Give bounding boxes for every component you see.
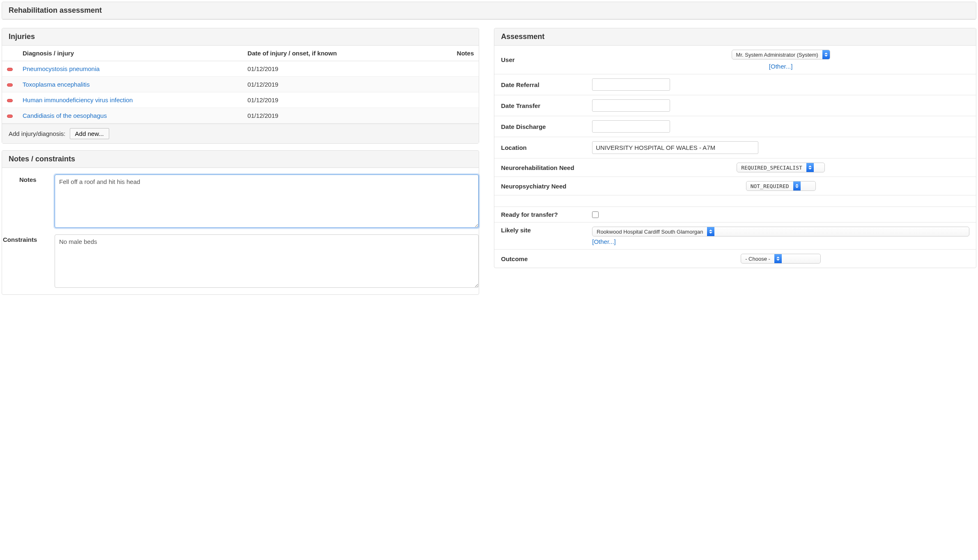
row-location: Location: [494, 137, 976, 158]
neurorehab-label: Neurorehabilitation Need: [501, 164, 587, 171]
chevron-updown-icon: [793, 181, 801, 190]
diagnosis-link[interactable]: Pneumocystosis pneumonia: [23, 65, 100, 72]
notes-label: Notes: [2, 174, 51, 228]
assessment-panel: Assessment User Mr. System Administrator…: [494, 28, 976, 268]
user-select-value: Mr. System Administrator (System): [732, 50, 822, 59]
date-discharge-label: Date Discharge: [501, 123, 587, 130]
row-outcome: Outcome - Choose -: [494, 250, 976, 268]
injury-notes: [428, 108, 479, 124]
likely-site-label: Likely site: [501, 227, 587, 234]
outcome-label: Outcome: [501, 255, 587, 262]
diagnosis-link[interactable]: Candidiasis of the oesophagus: [23, 112, 107, 119]
injuries-panel: Injuries Diagnosis / injury Date of inju…: [2, 28, 479, 144]
injury-notes: [428, 92, 479, 108]
table-row: Human immunodeficiency virus infection 0…: [2, 92, 479, 108]
row-neurorehab: Neurorehabilitation Need REQUIRED_SPECIA…: [494, 158, 976, 177]
location-input[interactable]: [592, 141, 758, 154]
user-select[interactable]: Mr. System Administrator (System): [732, 50, 830, 60]
col-date: Date of injury / onset, if known: [243, 46, 428, 61]
row-date-transfer: Date Transfer: [494, 95, 976, 116]
chevron-updown-icon: [822, 50, 830, 59]
injury-date: 01/12/2019: [243, 61, 428, 77]
notes-panel: Notes / constraints Notes Constraints: [2, 150, 479, 295]
constraints-label: Constraints: [2, 234, 51, 288]
neurorehab-select-value: REQUIRED_SPECIALIST: [737, 163, 806, 172]
col-diagnosis: Diagnosis / injury: [18, 46, 243, 61]
neuropsych-select[interactable]: NOT_REQUIRED: [746, 181, 816, 191]
add-injury-row: Add injury/diagnosis: Add new...: [2, 124, 479, 143]
user-label: User: [501, 56, 587, 63]
page-title: Rehabilitation assessment: [2, 2, 976, 19]
row-date-discharge: Date Discharge: [494, 116, 976, 137]
diagnosis-link[interactable]: Human immunodeficiency virus infection: [23, 96, 133, 103]
table-row: Pneumocystosis pneumonia 01/12/2019: [2, 61, 479, 77]
ready-checkbox[interactable]: [592, 211, 599, 218]
date-referral-label: Date Referral: [501, 81, 587, 88]
user-other-link[interactable]: [Other...]: [769, 63, 793, 70]
row-ready: Ready for transfer?: [494, 207, 976, 223]
injury-date: 01/12/2019: [243, 77, 428, 92]
row-date-referral: Date Referral: [494, 74, 976, 95]
chevron-updown-icon: [806, 163, 814, 172]
notes-header: Notes / constraints: [2, 151, 479, 168]
table-row: Toxoplasma encephalitis 01/12/2019: [2, 77, 479, 92]
chevron-updown-icon: [707, 227, 714, 236]
remove-icon[interactable]: [7, 83, 13, 87]
constraints-textarea[interactable]: [55, 234, 479, 288]
neuropsych-select-value: NOT_REQUIRED: [746, 181, 793, 190]
page-title-panel: Rehabilitation assessment: [2, 2, 976, 20]
date-discharge-input[interactable]: [592, 120, 670, 133]
likely-site-other-link[interactable]: [Other...]: [592, 238, 969, 245]
neurorehab-select[interactable]: REQUIRED_SPECIALIST: [737, 163, 825, 172]
add-injury-label: Add injury/diagnosis:: [9, 130, 65, 137]
spacer: [494, 195, 976, 207]
outcome-select-value: - Choose -: [741, 254, 774, 263]
col-notes: Notes: [428, 46, 479, 61]
injury-notes: [428, 77, 479, 92]
remove-icon[interactable]: [7, 115, 13, 118]
row-user: User Mr. System Administrator (System) […: [494, 46, 976, 74]
outcome-select[interactable]: - Choose -: [741, 254, 821, 264]
assessment-header: Assessment: [494, 28, 976, 46]
remove-icon[interactable]: [7, 68, 13, 71]
injury-date: 01/12/2019: [243, 92, 428, 108]
injury-notes: [428, 61, 479, 77]
likely-site-select-value: Rookwood Hospital Cardiff South Glamorga…: [592, 227, 707, 236]
injuries-header: Injuries: [2, 28, 479, 46]
neuropsych-label: Neuropsychiatry Need: [501, 183, 587, 190]
injury-date: 01/12/2019: [243, 108, 428, 124]
remove-icon[interactable]: [7, 99, 13, 102]
table-row: Candidiasis of the oesophagus 01/12/2019: [2, 108, 479, 124]
notes-textarea[interactable]: [55, 174, 479, 228]
date-transfer-input[interactable]: [592, 99, 670, 112]
injuries-table: Diagnosis / injury Date of injury / onse…: [2, 46, 479, 124]
likely-site-select[interactable]: Rookwood Hospital Cardiff South Glamorga…: [592, 227, 969, 236]
diagnosis-link[interactable]: Toxoplasma encephalitis: [23, 81, 90, 88]
date-referral-input[interactable]: [592, 78, 670, 91]
location-label: Location: [501, 144, 587, 151]
row-neuropsych: Neuropsychiatry Need NOT_REQUIRED: [494, 177, 976, 195]
add-new-button[interactable]: Add new...: [70, 128, 109, 139]
chevron-updown-icon: [774, 254, 782, 263]
date-transfer-label: Date Transfer: [501, 102, 587, 109]
row-likely-site: Likely site Rookwood Hospital Cardiff So…: [494, 223, 976, 250]
ready-label: Ready for transfer?: [501, 211, 587, 218]
